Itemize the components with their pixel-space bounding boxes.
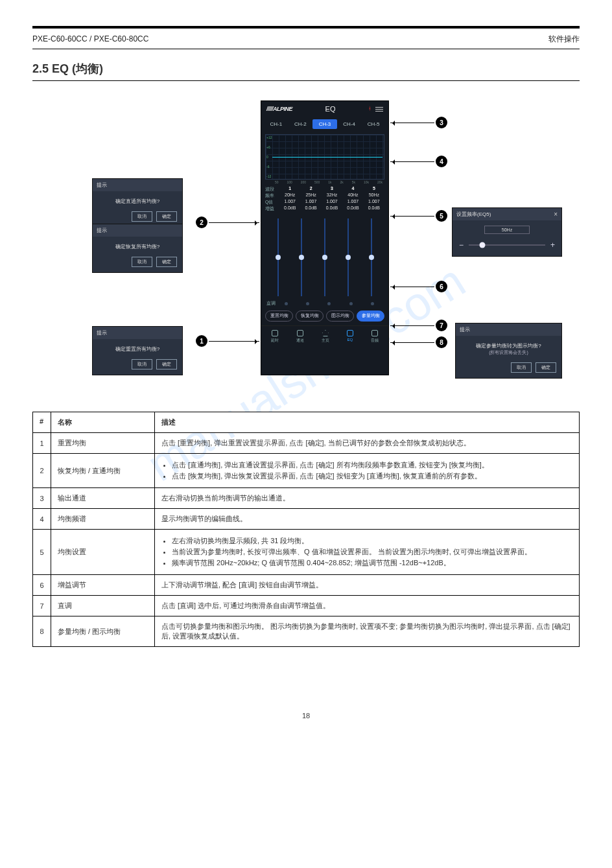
minus-button[interactable]: − [459, 240, 464, 250]
cell-name: 增益调节 [51, 575, 155, 596]
cell-desc: 点击 [直调] 选中后, 可通过均衡滑条自由调节增益值。 [155, 596, 580, 616]
action-buttons: 重置均衡 恢复均衡 图示均衡 参量均衡 [265, 311, 384, 322]
popup-body: 确定恢复所有均衡? [93, 237, 182, 257]
cell-name: 直调 [51, 596, 155, 616]
y-axis-labels: +12+60-6-12 [266, 135, 272, 179]
cell-name: 输出通道 [51, 488, 155, 509]
row-freq-label: 频率 [265, 193, 279, 199]
cancel-button[interactable]: 取消 [132, 257, 152, 267]
frequency-value[interactable]: 50Hz [484, 226, 530, 234]
nav-home[interactable]: 主页 [322, 330, 329, 344]
nav-audio[interactable]: 音频 [371, 330, 379, 344]
channel-tabs[interactable]: CH-1 CH-2 CH-3 CH-4 CH-5 [261, 117, 388, 132]
popup-body: 确定重置所有均衡? [93, 339, 182, 359]
eq-param-table[interactable]: 波段 12345 频率 20Hz25Hz32Hz40Hz50Hz Q值 1.00… [265, 186, 384, 212]
description-table: # 名称 描述 1重置均衡点击 [重置均衡], 弹出重置设置提示界面, 点击 [… [32, 412, 580, 647]
close-icon[interactable]: × [554, 211, 558, 218]
cell-name: 均衡频谱 [51, 509, 155, 530]
tab-ch3[interactable]: CH-3 [312, 119, 337, 129]
callout-8: 8 [436, 336, 447, 348]
parametric-eq-button[interactable]: 参量均衡 [357, 311, 384, 322]
cell-name: 恢复均衡 / 直通均衡 [51, 454, 155, 488]
cell-num: 5 [33, 530, 51, 575]
reset-eq-button[interactable]: 重置均衡 [265, 311, 293, 322]
tab-ch1[interactable]: CH-1 [264, 119, 288, 129]
graphic-eq-button[interactable]: 图示均衡 [326, 311, 354, 322]
cancel-button[interactable]: 取消 [132, 359, 152, 369]
table-row: 4均衡频谱显示均衡调节的编辑曲线。 [33, 509, 580, 530]
x-axis-labels: 501002005001k2k5k10k20k [275, 180, 383, 184]
gain-slider-5[interactable] [367, 218, 376, 296]
channel-icon [297, 330, 303, 336]
app-screenshot: /////ALPINE EQ ᚼ CH-1 CH-2 CH-3 CH-4 CH-… [261, 100, 389, 375]
hamburger-icon[interactable] [375, 107, 383, 111]
arrow-4 [390, 161, 434, 162]
cancel-button[interactable]: 取消 [132, 211, 152, 222]
popup-body: 确定直通所有均衡? [93, 191, 182, 211]
gain-sliders[interactable] [266, 218, 383, 296]
brand-logo: /////ALPINE [266, 106, 292, 112]
tab-ch2[interactable]: CH-2 [288, 119, 313, 129]
diagram: /////ALPINE EQ ᚼ CH-1 CH-2 CH-3 CH-4 CH-… [60, 100, 552, 386]
ok-button[interactable]: 确定 [156, 359, 177, 369]
popup-title: 提示 [93, 327, 182, 339]
bottom-nav[interactable]: 延时 通道 主页 EQ 音频 [261, 325, 388, 346]
eq-graph: +12+60-6-12 501002005001k2k5k10k20k [265, 134, 384, 180]
cell-desc: 点击 [重置均衡], 弹出重置设置提示界面, 点击 [确定], 当前已调节好的参… [155, 433, 580, 454]
table-row: 1重置均衡点击 [重置均衡], 弹出重置设置提示界面, 点击 [确定], 当前已… [33, 433, 580, 454]
frequency-slider[interactable] [469, 244, 545, 246]
audio-icon [371, 330, 378, 336]
row-q-label: Q值 [265, 199, 279, 205]
restore-eq-button[interactable]: 恢复均衡 [296, 311, 324, 322]
callout-6: 6 [436, 281, 447, 292]
nav-delay[interactable]: 延时 [271, 330, 279, 344]
gain-slider-4[interactable] [344, 218, 353, 296]
popup-reset: 提示 确定重置所有均衡? 取消确定 [92, 326, 183, 375]
gain-slider-2[interactable] [297, 218, 306, 296]
plus-button[interactable]: + [550, 240, 555, 250]
ok-button[interactable]: 确定 [536, 362, 556, 373]
arrow-3 [390, 123, 434, 123]
page-number: 18 [32, 712, 580, 720]
home-icon [322, 330, 329, 336]
delay-icon [272, 330, 278, 336]
gain-slider-1[interactable] [274, 218, 283, 296]
nav-channel[interactable]: 通道 [296, 330, 304, 344]
section-title: 2.5 EQ (均衡) [32, 61, 580, 81]
table-row: 5均衡设置左右滑动切换均衡显示频段, 共 31 段均衡。当前设置为参量均衡时, … [33, 530, 580, 575]
callout-3: 3 [436, 117, 447, 128]
arrow-6 [390, 287, 434, 287]
col-desc: 描述 [155, 412, 580, 433]
arrow-2 [209, 222, 259, 223]
cell-num: 4 [33, 509, 51, 530]
gain-slider-3[interactable] [320, 218, 329, 296]
popup-set-frequency: 设置频率(EQ5)× 50Hz − + [452, 207, 562, 257]
tab-ch5[interactable]: CH-5 [361, 119, 386, 129]
doc-section: 软件操作 [548, 34, 580, 45]
cell-num: 7 [33, 596, 51, 616]
screen-title: EQ [325, 105, 336, 113]
nav-eq[interactable]: EQ [347, 330, 353, 344]
table-row: 6增益调节上下滑动调节增益, 配合 [直调] 按钮自由调节增益。 [33, 575, 580, 596]
ok-button[interactable]: 确定 [156, 211, 177, 222]
cell-num: 8 [33, 616, 51, 647]
popup-restore: 提示 确定恢复所有均衡? 取消确定 [92, 224, 183, 273]
cell-desc: 左右滑动切换均衡显示频段, 共 31 段均衡。当前设置为参量均衡时, 长按可弹出… [155, 530, 580, 575]
bluetooth-icon: ᚼ [368, 106, 372, 112]
direct-adjust-row[interactable]: 直调 [266, 300, 383, 307]
ok-button[interactable]: 确定 [156, 257, 177, 267]
cell-num: 1 [33, 433, 51, 454]
cancel-button[interactable]: 取消 [511, 362, 532, 373]
arrow-8 [390, 342, 434, 343]
cell-desc: 左右滑动切换当前均衡调节的输出通道。 [155, 488, 580, 509]
callout-1: 1 [196, 335, 207, 347]
row-gain-label: 增益 [265, 205, 279, 212]
top-rule [32, 26, 580, 29]
popup-title: 提示 [456, 323, 561, 336]
direct-label: 直调 [266, 300, 276, 307]
tab-ch4[interactable]: CH-4 [337, 119, 362, 129]
callout-5: 5 [436, 210, 447, 222]
popup-bypass: 提示 确定直通所有均衡? 取消确定 [92, 178, 183, 228]
arrow-7 [390, 325, 434, 326]
popup-body: 确定参量均衡转为图示均衡? (所有设置将会丢失) [456, 336, 561, 362]
